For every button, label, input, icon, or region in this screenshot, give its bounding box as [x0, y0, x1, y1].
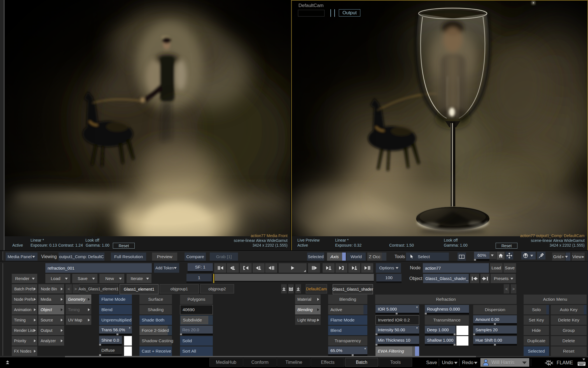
svg-text:N: N: [548, 362, 550, 365]
